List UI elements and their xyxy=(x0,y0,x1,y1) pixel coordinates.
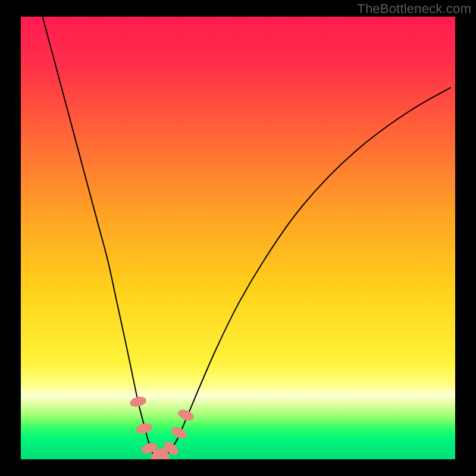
optimal-marker xyxy=(129,395,148,408)
optimal-marker xyxy=(170,425,189,441)
watermark-text: TheBottleneck.com xyxy=(357,1,471,17)
optimal-marker xyxy=(135,422,154,436)
chart-frame: TheBottleneck.com xyxy=(0,0,476,476)
bottleneck-curve xyxy=(43,17,451,458)
plot-area xyxy=(21,17,455,459)
marker-group xyxy=(129,395,196,459)
chart-svg xyxy=(21,17,455,459)
